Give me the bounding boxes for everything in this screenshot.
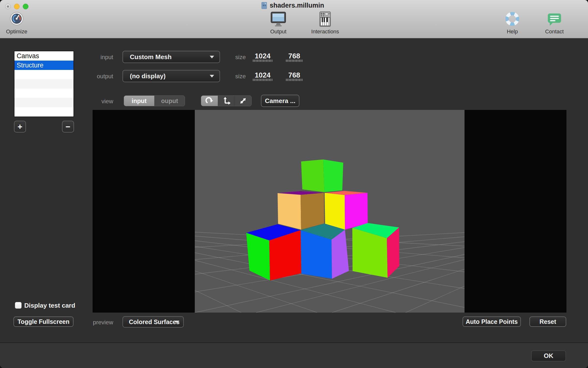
toolbar-label-help: Help [495,28,529,35]
bottom-left-cube-left-face[interactable] [246,233,270,280]
output-width-field[interactable]: 1024 [253,71,272,79]
reset-button[interactable]: Reset [529,316,566,327]
footer-bar: OK [0,342,588,368]
grid-line [195,290,241,313]
window-title-group: shaders.millumin [261,2,324,9]
input-height-underline [286,60,303,62]
toolbar-label-optimize: Optimize [0,28,34,35]
output-display-value: (no display) [130,72,166,80]
optimize-gauge-icon [0,11,34,27]
toolbar-item-help[interactable]: Help [495,11,529,35]
view-output-segment[interactable]: ouput [154,96,185,106]
view-label: view [64,98,113,105]
auto-place-points-button[interactable]: Auto Place Points [463,316,521,327]
input-source-dropdown[interactable]: Custom Mesh [122,51,220,63]
top-cube-left-face[interactable] [301,159,324,192]
add-surface-button[interactable]: + [14,121,26,132]
preview-mode-value: Colored Surfaces [129,318,180,326]
millumin-output-window: shaders.millumin Optimize [0,0,588,368]
output-size-label: size [221,73,246,80]
surface-list-empty-row[interactable] [14,79,74,89]
output-height-field[interactable]: 768 [286,71,303,79]
toolbar-label-output: Output [261,28,295,35]
display-test-card-checkbox[interactable] [15,302,22,309]
chevron-down-icon [210,56,214,58]
lifebuoy-help-icon [495,11,529,27]
cube-scene [195,110,465,313]
grid-line [405,286,465,313]
translate-tool-icon[interactable] [218,96,235,106]
speech-bubble-contact-icon [537,11,572,27]
display-test-card-label: Display test card [24,302,75,309]
midi-keyboard-icon [308,11,342,27]
grid-line [195,271,317,313]
surface-list-empty-row[interactable] [14,89,74,98]
close-window-icon[interactable] [5,4,11,9]
mid-right-cube-left-face[interactable] [325,193,345,230]
surface-list[interactable]: CanvasStructure [14,51,74,117]
document-icon [261,2,267,9]
preview-right-letterbox [465,110,566,313]
input-label: input [64,54,113,61]
output-label: output [64,73,113,80]
preview-label: preview [64,319,113,326]
ok-button[interactable]: OK [531,350,566,361]
preview-left-letterbox [93,110,195,313]
titlebar-toolbar: shaders.millumin Optimize [0,0,588,38]
transform-tools-segmented-control [201,95,252,106]
toolbar-label-interactions: Interactions [308,28,342,35]
toolbar-item-interactions[interactable]: Interactions [308,11,342,35]
chevron-down-icon [210,75,214,78]
remove-surface-button[interactable]: − [62,121,74,132]
toolbar-item-output[interactable]: Output [261,11,295,35]
scale-tool-icon[interactable] [234,96,251,106]
surface-list-empty-row[interactable] [14,107,74,117]
mid-left-cube-left-face[interactable] [278,193,301,230]
view-input-segment[interactable]: input [124,96,154,106]
preview-3d-viewport[interactable] [195,110,465,313]
view-mode-segmented-control: input ouput [124,95,185,106]
display-monitor-icon [261,11,295,27]
top-cube-right-face[interactable] [323,159,343,192]
input-size-label: size [221,54,246,61]
camera-button[interactable]: Camera ... [261,95,299,107]
input-width-underline [253,60,272,62]
zoom-window-icon[interactable] [23,4,28,9]
grid-line [332,269,465,313]
window-title: shaders.millumin [270,2,324,9]
output-width-underline [253,79,272,81]
toolbar-item-optimize[interactable]: Optimize [0,11,34,35]
preview-mode-dropdown[interactable]: Colored Surfaces [122,316,184,328]
toolbar-item-contact[interactable]: Contact [537,11,572,35]
mid-left-cube-right-face[interactable] [301,193,324,230]
output-height-underline [286,79,303,81]
minimize-window-icon[interactable] [14,4,20,9]
output-display-dropdown[interactable]: (no display) [122,70,220,82]
rotate-tool-icon[interactable] [201,96,218,106]
input-source-value: Custom Mesh [130,53,172,61]
toolbar-label-contact: Contact [537,28,572,35]
input-width-field[interactable]: 1024 [253,52,272,60]
chevron-down-icon [175,321,179,323]
surface-list-item-structure[interactable]: Structure [14,61,74,70]
input-height-field[interactable]: 768 [286,52,303,60]
